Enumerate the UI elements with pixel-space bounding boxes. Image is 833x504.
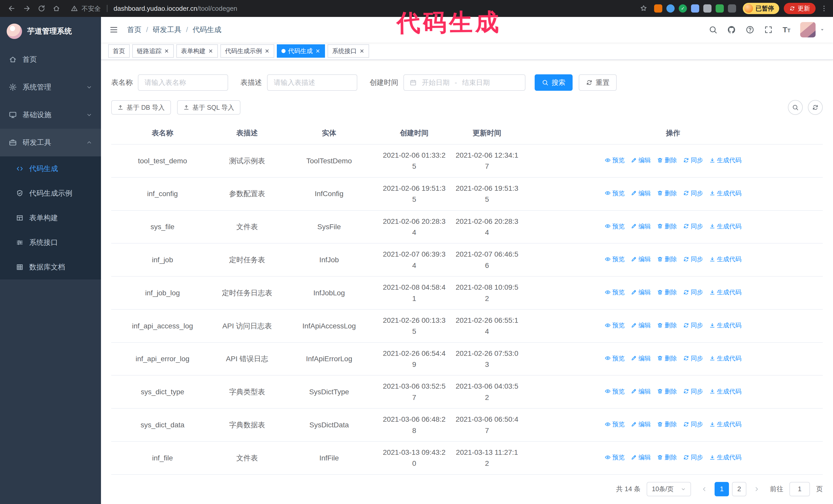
sync-link[interactable]: 同步	[683, 419, 703, 429]
preview-link[interactable]: 预览	[604, 419, 625, 429]
page-size-select[interactable]: 10条/页	[647, 482, 691, 496]
close-icon[interactable]	[208, 48, 213, 54]
page-button-2[interactable]: 2	[732, 482, 746, 496]
close-icon[interactable]	[315, 48, 320, 54]
font-size-icon[interactable]: TT	[783, 25, 790, 34]
tab-tracer[interactable]: 链路追踪	[132, 44, 174, 58]
browser-reload-icon[interactable]	[35, 2, 48, 15]
tab-form-builder[interactable]: 表单构建	[176, 44, 218, 58]
preview-link[interactable]: 预览	[604, 155, 625, 165]
sidebar-item-home[interactable]: 首页	[0, 46, 101, 73]
sidebar-item-system[interactable]: 系统管理	[0, 73, 101, 101]
prev-page-button[interactable]	[697, 482, 712, 496]
delete-link[interactable]: 删除	[657, 453, 677, 462]
goto-page-input[interactable]	[789, 482, 810, 496]
app-logo[interactable]: 芋道管理系统	[0, 17, 101, 46]
delete-link[interactable]: 删除	[657, 354, 677, 363]
browser-forward-icon[interactable]	[20, 2, 33, 15]
blue-extension-icon[interactable]	[666, 4, 674, 13]
chrome-menu-icon[interactable]	[820, 5, 828, 12]
preview-link[interactable]: 预览	[604, 354, 625, 363]
github-icon[interactable]	[727, 25, 736, 34]
refresh-table-button[interactable]	[808, 100, 823, 115]
generate-code-link[interactable]: 生成代码	[709, 188, 741, 198]
edit-link[interactable]: 编辑	[631, 221, 651, 231]
preview-link[interactable]: 预览	[604, 453, 625, 462]
sync-link[interactable]: 同步	[683, 387, 703, 396]
delete-link[interactable]: 删除	[657, 254, 677, 264]
sidebar-item-infra[interactable]: 基础设施	[0, 101, 101, 129]
delete-link[interactable]: 删除	[657, 419, 677, 429]
tab-codegen-example[interactable]: 代码生成示例	[220, 44, 274, 58]
caret-down-icon[interactable]	[820, 27, 825, 32]
edit-link[interactable]: 编辑	[631, 387, 651, 396]
next-page-button[interactable]	[749, 482, 764, 496]
edit-link[interactable]: 编辑	[631, 287, 651, 297]
address-bar[interactable]: 不安全 dashboard.yudao.iocoder.cn/tool/code…	[71, 4, 237, 13]
generate-code-link[interactable]: 生成代码	[709, 221, 741, 231]
preview-link[interactable]: 预览	[604, 320, 625, 330]
help-icon[interactable]	[745, 25, 754, 34]
chrome-update-button[interactable]: 更新	[784, 3, 815, 14]
generate-code-link[interactable]: 生成代码	[709, 320, 741, 330]
toggle-search-button[interactable]	[788, 100, 803, 115]
sync-link[interactable]: 同步	[683, 287, 703, 297]
sync-link[interactable]: 同步	[683, 188, 703, 198]
sidebar-item-dev-tools[interactable]: 研发工具	[0, 129, 101, 157]
table-desc-input[interactable]	[267, 74, 357, 91]
generate-code-link[interactable]: 生成代码	[709, 287, 741, 297]
sidebar-subitem-codegen-example[interactable]: 代码生成示例	[0, 181, 101, 206]
preview-link[interactable]: 预览	[604, 387, 625, 396]
edit-link[interactable]: 编辑	[631, 155, 651, 165]
generate-code-link[interactable]: 生成代码	[709, 387, 741, 396]
bookmark-star-icon[interactable]	[640, 4, 647, 13]
people-extension-icon[interactable]	[691, 4, 699, 13]
generate-code-link[interactable]: 生成代码	[709, 419, 741, 429]
delete-link[interactable]: 删除	[657, 287, 677, 297]
import-sql-button[interactable]: 基于 SQL 导入	[177, 100, 240, 115]
preview-link[interactable]: 预览	[604, 221, 625, 231]
preview-link[interactable]: 预览	[604, 287, 625, 297]
browser-back-icon[interactable]	[5, 2, 19, 15]
delete-link[interactable]: 删除	[657, 221, 677, 231]
gray-extension-icon[interactable]	[703, 4, 712, 13]
generate-code-link[interactable]: 生成代码	[709, 155, 741, 165]
fullscreen-icon[interactable]	[764, 25, 773, 34]
tab-codegen[interactable]: 代码生成	[277, 44, 325, 58]
edit-link[interactable]: 编辑	[631, 188, 651, 198]
edit-link[interactable]: 编辑	[631, 419, 651, 429]
browser-home-icon[interactable]	[50, 2, 63, 15]
close-icon[interactable]	[264, 48, 270, 54]
edit-link[interactable]: 编辑	[631, 354, 651, 363]
delete-link[interactable]: 删除	[657, 320, 677, 330]
generate-code-link[interactable]: 生成代码	[709, 354, 741, 363]
tab-home[interactable]: 首页	[108, 44, 130, 58]
preview-link[interactable]: 预览	[604, 188, 625, 198]
search-icon[interactable]	[709, 25, 717, 34]
breadcrumb-item[interactable]: 首页	[127, 25, 142, 34]
table-name-input[interactable]	[138, 74, 228, 91]
sync-link[interactable]: 同步	[683, 354, 703, 363]
puzzle-extension-icon[interactable]	[728, 4, 736, 13]
sync-link[interactable]: 同步	[683, 254, 703, 264]
close-icon[interactable]	[164, 48, 169, 54]
preview-link[interactable]: 预览	[604, 254, 625, 264]
date-range-picker[interactable]: 开始日期 - 结束日期	[403, 74, 525, 91]
sync-link[interactable]: 同步	[683, 221, 703, 231]
reset-button[interactable]: 重置	[579, 74, 617, 91]
generate-code-link[interactable]: 生成代码	[709, 254, 741, 264]
tab-api[interactable]: 系统接口	[328, 44, 369, 58]
breadcrumb-item[interactable]: 代码生成	[193, 25, 221, 34]
sync-link[interactable]: 同步	[683, 155, 703, 165]
edit-link[interactable]: 编辑	[631, 320, 651, 330]
profile-paused-badge[interactable]: 已暂停	[743, 3, 779, 14]
sync-link[interactable]: 同步	[683, 320, 703, 330]
sidebar-subitem-db-doc[interactable]: 数据库文档	[0, 255, 101, 280]
delete-link[interactable]: 删除	[657, 155, 677, 165]
edit-link[interactable]: 编辑	[631, 254, 651, 264]
page-button-1[interactable]: 1	[715, 482, 729, 496]
breadcrumb-item[interactable]: 研发工具	[153, 25, 182, 34]
sidebar-subitem-api[interactable]: 系统接口	[0, 230, 101, 255]
edit-link[interactable]: 编辑	[631, 453, 651, 462]
close-icon[interactable]	[359, 48, 364, 54]
